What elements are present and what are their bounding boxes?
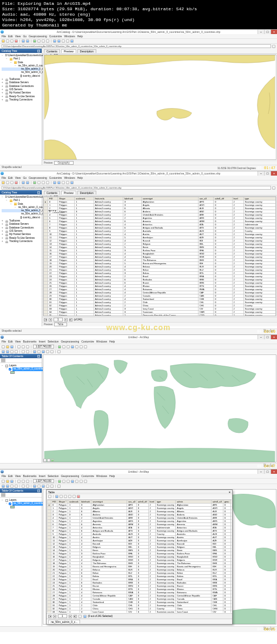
zoom-in-icon[interactable] (53, 39, 56, 43)
cell[interactable]: Sovereign country (155, 598, 175, 601)
tb-icon[interactable] (33, 485, 36, 488)
tb-icon[interactable] (10, 480, 14, 483)
minimize-button[interactable]: − (258, 171, 264, 176)
table-options-icon[interactable] (48, 495, 51, 498)
cell[interactable]: Sovereign country (243, 314, 275, 317)
table-titlebar[interactable]: Table × (47, 490, 232, 494)
cell[interactable]: Sovereign country (155, 536, 175, 539)
tb-icon[interactable] (62, 480, 65, 483)
cell[interactable]: Sovereign country (155, 549, 175, 552)
menu-view[interactable]: View (15, 474, 21, 478)
cell[interactable]: Polygon (57, 588, 68, 591)
cell[interactable]: Polygon (57, 552, 68, 555)
tb-icon[interactable] (4, 493, 5, 497)
cell[interactable]: Sovereign country (155, 588, 175, 591)
cell[interactable]: 33 (51, 611, 57, 613)
toc-icon[interactable] (67, 345, 70, 348)
tb-icon[interactable] (62, 181, 65, 184)
search-icon[interactable] (75, 345, 78, 348)
menu-edit[interactable]: Edit (8, 176, 13, 179)
menu-bookmarks[interactable]: Bookmarks (23, 474, 36, 478)
tb-icon[interactable] (15, 485, 18, 488)
tb-icon[interactable] (26, 485, 29, 488)
cell[interactable]: Admin-0 country (94, 314, 123, 317)
cell[interactable]: Polygon (57, 601, 68, 604)
cell[interactable]: Polygon (57, 581, 68, 585)
minimize-button[interactable]: − (258, 335, 264, 339)
layout-view-icon[interactable] (47, 459, 50, 462)
editor-icon[interactable] (62, 345, 65, 348)
cell[interactable]: Polygon (57, 591, 68, 594)
cell[interactable]: Polygon (57, 575, 68, 578)
menu-view[interactable]: View (15, 176, 21, 179)
pin-icon[interactable] (37, 191, 40, 194)
folder-icon[interactable] (2, 181, 5, 184)
menu-windows[interactable]: Windows (64, 176, 75, 179)
tb-icon[interactable] (66, 181, 69, 184)
cell[interactable]: 2 (232, 314, 243, 317)
toc-tree[interactable]: −Layers −ne_50m_admin_0_countries (0, 498, 42, 509)
tb-icon[interactable] (6, 181, 9, 184)
cell[interactable]: Sovereign country (155, 513, 175, 516)
tb-icon[interactable] (10, 181, 14, 184)
cell[interactable]: Polygon (57, 533, 68, 536)
menu-help[interactable]: Help (77, 176, 83, 179)
cell[interactable]: Polygon (57, 526, 68, 529)
cell[interactable]: 0 (137, 611, 148, 613)
save-icon[interactable] (10, 345, 14, 348)
map-scale-input[interactable]: 1:227,743,153 (33, 345, 54, 348)
cell[interactable]: Ivory Coast (176, 611, 212, 613)
tree-view-icon[interactable] (33, 39, 36, 43)
preview-mode-select[interactable]: Geography (54, 161, 74, 165)
tab-description[interactable]: Description (77, 49, 96, 53)
tb-icon[interactable] (46, 485, 49, 488)
cell[interactable]: Sovereign country (155, 516, 175, 520)
cell[interactable]: Sovereign country (155, 507, 175, 510)
cell[interactable]: Sovereign country (155, 575, 175, 578)
menu-customize[interactable]: Customize (81, 340, 94, 343)
menu-windows[interactable]: Windows (96, 474, 107, 478)
copy-icon[interactable] (10, 39, 14, 43)
list-by-selection-icon[interactable] (4, 358, 5, 363)
cell[interactable]: Polygon (57, 559, 68, 562)
menu-view[interactable]: View (15, 35, 21, 38)
cell[interactable]: Sovereign country (155, 539, 175, 542)
first-record-button[interactable]: |◂ (48, 615, 51, 618)
cell[interactable]: Polygon (57, 504, 68, 507)
go-icon[interactable] (272, 186, 275, 190)
arctoolbox-icon[interactable] (42, 39, 45, 43)
map-scale-input[interactable]: 1:227,743,153 (33, 479, 54, 483)
menu-geoprocessing[interactable]: Geoprocessing (61, 340, 80, 343)
attribute-table-window[interactable]: Table × FIDShape *scaleranklabelranksove… (46, 489, 233, 625)
cell[interactable]: Polygon (57, 578, 68, 581)
data-view-icon[interactable] (43, 459, 47, 462)
column-header[interactable]: adm0_a3 (211, 500, 223, 504)
tb-icon[interactable] (46, 181, 49, 184)
cell[interactable]: COD (198, 314, 214, 317)
cell[interactable]: Ivory Coast (91, 611, 127, 613)
toolbox-icon[interactable] (80, 345, 83, 348)
folder-icon[interactable] (2, 39, 5, 43)
cell[interactable]: Polygon (57, 562, 68, 565)
table-close-button[interactable]: × (229, 491, 230, 494)
cell[interactable]: CIV (211, 611, 223, 613)
menu-selection[interactable]: Selection (48, 340, 59, 343)
cell[interactable]: Sovereign country (155, 504, 175, 507)
minimize-button[interactable]: − (258, 30, 264, 34)
record-position[interactable]: 1 (58, 614, 67, 618)
close-button[interactable]: × (271, 30, 277, 34)
clear-selection-icon[interactable] (37, 350, 41, 353)
full-extent-icon[interactable] (15, 350, 18, 353)
cell[interactable]: Sovereign country (155, 572, 175, 575)
pin-icon[interactable] (37, 50, 40, 52)
first-record-button[interactable]: |◂ (44, 318, 47, 321)
close-button[interactable]: × (271, 171, 277, 176)
connect-icon[interactable] (26, 39, 29, 43)
select-by-attr-icon[interactable] (60, 495, 63, 498)
cell[interactable]: Sovereign country (155, 529, 175, 533)
tb-icon[interactable] (6, 485, 9, 488)
tb-icon[interactable] (37, 485, 41, 488)
cell[interactable]: 0 (214, 314, 232, 317)
cell[interactable]: Sovereign country (155, 559, 175, 562)
cell[interactable]: Sovereign country (155, 611, 175, 613)
